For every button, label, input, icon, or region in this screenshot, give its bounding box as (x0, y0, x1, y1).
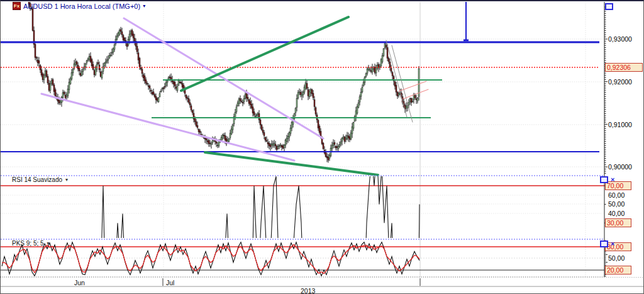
rsi-axis-label: 50,00 (608, 200, 625, 208)
current-price-label: 0,92306 (605, 63, 643, 72)
rsi-restore-icon[interactable] (600, 176, 608, 183)
month-label-jul[interactable]: Jul (166, 279, 174, 286)
month-label-jun[interactable]: Jun (74, 279, 85, 286)
rsi-line (2, 149, 419, 294)
pks-level-20-label: 20,00 (605, 266, 631, 274)
restore-icon[interactable] (605, 3, 613, 10)
fx-icon: Fx (13, 2, 21, 10)
rsi-axis-label: 40,00 (608, 210, 625, 217)
rsi-dropdown-icon[interactable]: ▾ (65, 177, 68, 183)
price-axis-label: 0,90000 (608, 163, 632, 171)
pks-close-icon[interactable]: × (611, 241, 614, 247)
pks-dropdown-icon[interactable]: ▾ (47, 240, 50, 246)
pks-restore-icon[interactable] (600, 240, 608, 247)
chart-title-dropdown-icon[interactable]: ▾ (143, 3, 145, 9)
rsi-close-icon[interactable]: × (611, 177, 614, 183)
pks-axis-label: 50,00 (608, 254, 625, 262)
pks-panel-title: PKS 9; 5; 5 (12, 240, 44, 247)
rsi-panel-title: RSI 14 Suavizado (12, 176, 62, 183)
pks-window-controls: × (600, 240, 614, 247)
chart-window: Fx AUDUSD 1 Hora Hora Local (TMG+0) ▾ RS… (0, 0, 644, 294)
chart-title: AUDUSD 1 Hora Hora Local (TMG+0) (23, 3, 140, 10)
chart-title-bar: Fx AUDUSD 1 Hora Hora Local (TMG+0) ▾ (13, 2, 145, 10)
main-window-controls (605, 3, 613, 10)
chart-canvas[interactable] (1, 1, 644, 294)
year-label[interactable]: 2013 (301, 287, 315, 294)
price-axis-label: 0,91000 (608, 121, 632, 128)
rsi-axis-label: 60,00 (608, 191, 625, 199)
rsi-panel-header: RSI 14 Suavizado ▾ (12, 176, 68, 183)
rsi-window-controls: × (600, 176, 614, 183)
pks-panel-header: PKS 9; 5; 5 ▾ (12, 240, 50, 247)
price-axis-label: 0,93000 (608, 35, 632, 43)
rsi-level-30-label: 30,00 (605, 218, 631, 227)
price-axis-label: 0,92000 (608, 78, 632, 86)
